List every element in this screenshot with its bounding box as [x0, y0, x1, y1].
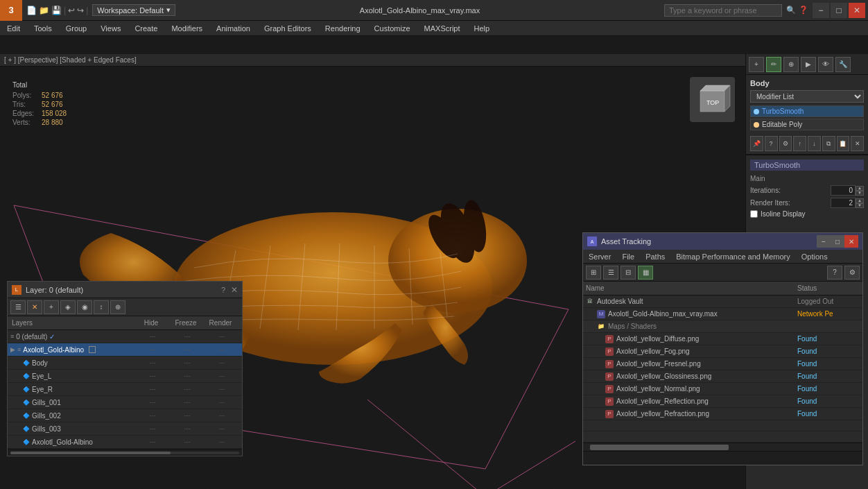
at-menu-paths[interactable]: Paths [640, 250, 670, 263]
at-scroll-thumb[interactable] [590, 445, 729, 450]
modifier-list-dropdown[interactable]: Modifier List [750, 90, 864, 103]
render-iters-down[interactable]: ▼ [856, 203, 864, 208]
at-menu-options[interactable]: Options [796, 250, 833, 263]
at-menu-server[interactable]: Server [583, 250, 616, 263]
minimize-button[interactable]: − [813, 3, 829, 18]
open-icon[interactable]: 📁 [39, 6, 49, 15]
layer-new-btn[interactable]: ☰ [10, 300, 26, 314]
menu-graph-editors[interactable]: Graph Editors [257, 21, 318, 35]
menu-modifiers[interactable]: Modifiers [164, 21, 209, 35]
col-render-label: Render [203, 319, 238, 327]
menu-maxscript[interactable]: MAXScript [417, 21, 467, 35]
layer-select-btn[interactable]: ◈ [60, 300, 76, 314]
menu-views[interactable]: Views [94, 21, 128, 35]
render-iters-up[interactable]: ▲ [856, 198, 864, 203]
layer-move-btn[interactable]: ↕ [94, 300, 109, 314]
asset-tracking-titlebar[interactable]: A Asset Tracking − □ ✕ [583, 233, 862, 250]
isoline-checkbox[interactable] [750, 210, 758, 218]
at-expand-btn[interactable]: ⊞ [586, 266, 601, 280]
menu-animation[interactable]: Animation [209, 21, 257, 35]
at-row-normal[interactable]: P Axolotl_yellow_Normal.png Found [583, 383, 862, 395]
menu-tools[interactable]: Tools [27, 21, 59, 35]
layer-add-btn[interactable]: + [44, 300, 59, 314]
search-icon[interactable]: 🔍 [786, 6, 796, 15]
layer-row-gills002[interactable]: 🔷 Gills_002 --- --- --- [8, 409, 242, 422]
layer-row-eye-r[interactable]: 🔷 Eye_R --- --- --- [8, 383, 242, 396]
layer-label-body: Body [32, 359, 48, 367]
layer-row-gills001[interactable]: 🔷 Gills_001 --- --- --- [8, 396, 242, 409]
at-row-fog[interactable]: P Axolotl_yellow_Fog.png Found [583, 345, 862, 358]
menu-customize[interactable]: Customize [367, 21, 417, 35]
create-panel-icon[interactable]: + [749, 57, 764, 72]
at-settings-btn[interactable]: ⚙ [844, 266, 860, 280]
mod-copy-icon[interactable]: ⧉ [822, 136, 835, 151]
layer-row-axolotl-sub[interactable]: 🔷 Axolotl_Gold-Albino --- --- --- [8, 436, 242, 449]
modifier-entry-turbosmooth[interactable]: TurboSmooth [750, 105, 864, 117]
at-table-btn[interactable]: ▦ [638, 266, 653, 280]
layer-row-body[interactable]: 🔷 Body --- --- --- [8, 357, 242, 370]
at-path-input[interactable] [583, 452, 862, 465]
at-row-maps-group[interactable]: 📁 Maps / Shaders [583, 320, 862, 333]
menu-create[interactable]: Create [128, 21, 164, 35]
at-grid-btn[interactable]: ⊟ [620, 266, 636, 280]
render-iters-input[interactable] [831, 198, 856, 208]
layer-highlight-btn[interactable]: ◉ [77, 300, 92, 314]
maximize-button[interactable]: □ [831, 3, 847, 18]
layer-row-gills003[interactable]: 🔷 Gills_003 --- --- --- [8, 422, 242, 436]
workspace-selector[interactable]: Workspace: Default ▾ [92, 4, 175, 16]
menu-edit[interactable]: Edit [0, 21, 27, 35]
at-row-maxfile[interactable]: M Axolotl_Gold-Albino_max_vray.max Netwo… [583, 308, 862, 320]
iterations-up[interactable]: ▲ [856, 186, 864, 191]
at-minimize-btn[interactable]: − [817, 235, 831, 248]
at-maximize-btn[interactable]: □ [831, 235, 844, 248]
at-row-fresnel[interactable]: P Axolotl_yellow_Fresnel.png Found [583, 358, 862, 370]
utilities-icon[interactable]: 🔧 [835, 57, 851, 72]
layers-panel-help[interactable]: ? [221, 286, 225, 294]
at-row-reflection[interactable]: P Axolotl_yellow_Reflection.png Found [583, 395, 862, 408]
hierarchy-icon[interactable]: ⊕ [783, 57, 799, 72]
at-row-diffuse[interactable]: P Axolotl_yellow_Diffuse.png Found [583, 333, 862, 345]
undo-icon[interactable]: ↩ [68, 6, 75, 15]
display-icon[interactable]: 👁 [818, 57, 833, 72]
at-row-refraction[interactable]: P Axolotl_yellow_Refraction.png Found [583, 408, 862, 420]
layer-row-default[interactable]: ≡ 0 (default) ✓ --- --- --- [8, 330, 242, 343]
modifier-dot-yellow [754, 122, 759, 128]
at-close-btn[interactable]: ✕ [844, 235, 858, 248]
mod-down-icon[interactable]: ↓ [808, 136, 821, 151]
mod-delete-icon[interactable]: ✕ [851, 136, 864, 151]
at-row-vault[interactable]: 🏛 Autodesk Vault Logged Out [583, 295, 862, 308]
at-table-body: 🏛 Autodesk Vault Logged Out M Axolotl_Go… [583, 295, 862, 443]
mod-pin-icon[interactable]: 📌 [750, 136, 763, 151]
search-input[interactable] [664, 4, 782, 17]
mod-up-icon[interactable]: ↑ [793, 136, 806, 151]
mod-paste-icon[interactable]: 📋 [837, 136, 850, 151]
modify-panel-icon[interactable]: ✏ [766, 57, 781, 72]
close-button[interactable]: ✕ [849, 3, 865, 18]
mod-settings-icon[interactable]: ⚙ [779, 136, 792, 151]
modifier-entry-editablepoly[interactable]: Editable Poly [750, 119, 864, 130]
at-menu-bitmap-perf[interactable]: Bitmap Performance and Memory [670, 250, 795, 263]
redo-icon[interactable]: ↪ [77, 6, 84, 15]
motion-icon[interactable]: ▶ [801, 57, 816, 72]
save-icon[interactable]: 💾 [51, 6, 62, 15]
layers-panel-header[interactable]: L Layer: 0 (default) ? ✕ [8, 282, 242, 298]
menu-group[interactable]: Group [59, 21, 94, 35]
at-help-btn[interactable]: ? [827, 266, 842, 280]
at-row-glossiness[interactable]: P Axolotl_yellow_Glossiness.png Found [583, 370, 862, 383]
iterations-down[interactable]: ▼ [856, 191, 864, 196]
layer-copy-btn[interactable]: ⊕ [110, 300, 125, 314]
at-list-btn[interactable]: ☰ [603, 266, 618, 280]
layer-delete-btn[interactable]: ✕ [27, 300, 42, 314]
mod-help-icon[interactable]: ? [765, 136, 778, 151]
at-menu-file[interactable]: File [616, 250, 640, 263]
iterations-input[interactable] [831, 185, 856, 196]
turbosmooth-main-label: Main [750, 175, 864, 182]
layers-panel-close[interactable]: ✕ [231, 285, 238, 295]
layer-row-axolotl-selected[interactable]: ▶ ≡ Axolotl_Gold-Albino --- --- --- [8, 343, 242, 357]
new-icon[interactable]: 📄 [26, 6, 37, 15]
menu-help[interactable]: Help [467, 21, 497, 35]
menu-rendering[interactable]: Rendering [318, 21, 367, 35]
layer-row-eye-l[interactable]: 🔷 Eye_L --- --- --- [8, 370, 242, 383]
help-icon[interactable]: ❓ [799, 6, 808, 15]
at-horizontal-scrollbar[interactable] [583, 443, 862, 451]
